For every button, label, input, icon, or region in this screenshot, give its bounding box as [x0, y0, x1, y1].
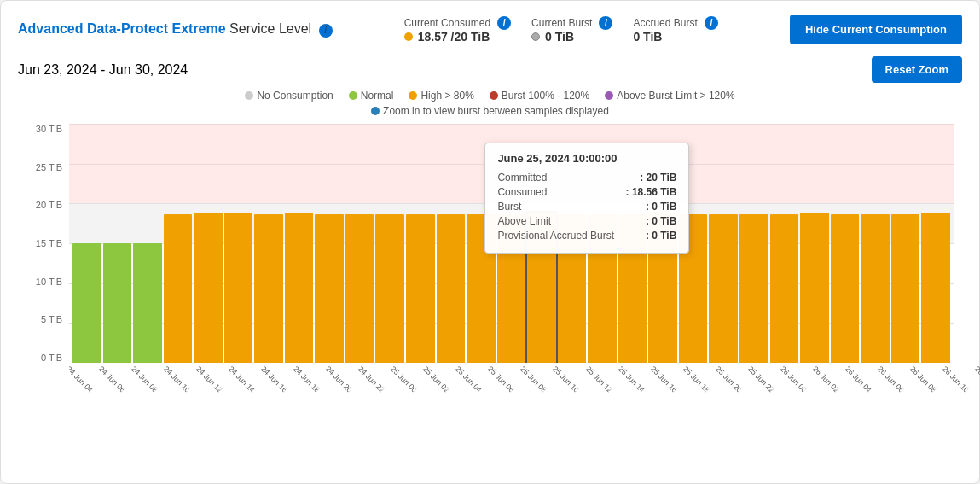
service-level-info-icon[interactable]: i	[319, 24, 333, 38]
legend-no-consumption: No Consumption	[245, 90, 333, 102]
x-label-18: 25 Jun 16:00	[648, 364, 677, 394]
above-burst-label: Above Burst Limit > 120%	[617, 90, 734, 102]
tooltip-above-row: Above Limit : 0 TiB	[497, 215, 676, 227]
zoom-hint-label: Zoom in to view burst between samples di…	[383, 105, 609, 117]
y-axis: 30 TiB 25 TiB 20 TiB 15 TiB 10 TiB 5 TiB…	[18, 124, 67, 363]
legend-high: High > 80%	[409, 90, 473, 102]
current-consumed-metric: Current Consumed i 18.57 /20 TiB	[404, 16, 511, 44]
x-label-6: 24 Jun 16:00	[259, 364, 288, 394]
x-label-0: 24 Jun 04:00	[69, 364, 94, 394]
x-label-4: 24 Jun 12:00	[194, 364, 223, 394]
bar-8[interactable]	[315, 214, 344, 363]
bar-22[interactable]	[739, 214, 768, 363]
hide-current-consumption-button[interactable]: Hide Current Consumption	[790, 15, 962, 44]
x-label-11: 25 Jun 02:00	[421, 364, 450, 394]
x-label-22: 26 Jun 00:00	[779, 364, 808, 394]
legend-normal: Normal	[349, 90, 394, 102]
bar-1[interactable]	[103, 243, 132, 363]
main-container: Advanced Data-Protect Extreme Service Le…	[0, 0, 980, 484]
reset-zoom-button[interactable]: Reset Zoom	[872, 56, 962, 83]
y-label-10: 10 TiB	[36, 277, 62, 287]
bar-28[interactable]	[921, 213, 950, 363]
tooltip-burst-val: : 0 TiB	[646, 201, 676, 213]
bar-21[interactable]	[709, 214, 738, 363]
y-label-20: 20 TiB	[36, 200, 62, 210]
x-label-25: 26 Jun 06:00	[876, 364, 905, 394]
tooltip-consumed-row: Consumed : 18.56 TiB	[497, 186, 676, 198]
current-burst-info-icon[interactable]: i	[599, 16, 612, 30]
x-label-19: 25 Jun 18:00	[681, 364, 710, 394]
burst-legend-dot	[490, 91, 498, 100]
x-label-26: 26 Jun 08:00	[908, 364, 937, 394]
y-label-25: 25 TiB	[36, 162, 62, 172]
x-label-23: 26 Jun 02:00	[811, 364, 840, 394]
accrued-burst-info-icon[interactable]: i	[705, 16, 718, 30]
x-label-27: 26 Jun 10:00	[941, 364, 970, 394]
high-dot	[409, 91, 417, 100]
x-label-21: 25 Jun 22:00	[746, 364, 775, 394]
date-range: Jun 23, 2024 - Jun 30, 2024	[18, 62, 188, 78]
y-label-0: 0 TiB	[41, 353, 62, 363]
legend-zoom-hint: Zoom in to view burst between samples di…	[371, 105, 609, 117]
x-label-7: 24 Jun 18:00	[292, 364, 321, 394]
date-row: Jun 23, 2024 - Jun 30, 2024 Reset Zoom	[18, 56, 962, 83]
accrued-burst-value: 0 TiB	[633, 30, 662, 44]
bar-5[interactable]	[224, 213, 253, 363]
bar-27[interactable]	[891, 214, 920, 363]
y-label-15: 15 TiB	[36, 238, 62, 248]
bar-23[interactable]	[770, 214, 799, 363]
legend-above-burst: Above Burst Limit > 120%	[605, 90, 734, 102]
x-label-1: 24 Jun 06:00	[97, 364, 126, 394]
legend-burst: Burst 100% - 120%	[490, 90, 589, 102]
no-consumption-dot	[245, 91, 253, 100]
x-label-12: 25 Jun 04:00	[454, 364, 483, 394]
bar-3[interactable]	[164, 214, 193, 363]
y-label-5: 5 TiB	[41, 314, 62, 324]
bar-12[interactable]	[437, 214, 466, 363]
y-label-30: 30 TiB	[36, 124, 62, 134]
above-burst-dot	[605, 91, 613, 100]
current-consumed-info-icon[interactable]: i	[497, 16, 511, 30]
tooltip-committed-row: Committed : 20 TiB	[497, 172, 676, 184]
metrics-section: Current Consumed i 18.57 /20 TiB Current…	[353, 16, 769, 44]
bar-25[interactable]	[831, 214, 860, 363]
tooltip-committed-label: Committed	[497, 172, 547, 184]
tooltip-provisional-val: : 0 TiB	[646, 230, 676, 242]
x-label-14: 25 Jun 08:00	[519, 364, 548, 394]
current-burst-value: 0 TiB	[545, 30, 574, 44]
bar-4[interactable]	[194, 213, 223, 363]
bar-24[interactable]	[800, 213, 829, 363]
chart-plot: June 25, 2024 10:00:00 Committed : 20 Ti…	[69, 124, 954, 363]
tooltip-provisional-row: Provisional Accrued Burst : 0 TiB	[497, 230, 676, 242]
current-consumed-label: Current Consumed	[404, 17, 490, 29]
bar-9[interactable]	[345, 214, 374, 363]
zoom-hint-dot	[371, 107, 380, 115]
x-axis: 24 Jun 04:0024 Jun 06:0024 Jun 08:0024 J…	[69, 363, 980, 397]
normal-dot	[349, 91, 357, 100]
bar-26[interactable]	[861, 214, 890, 363]
bar-7[interactable]	[285, 213, 314, 363]
bar-10[interactable]	[375, 214, 404, 363]
x-label-20: 25 Jun 20:00	[714, 364, 743, 394]
bar-6[interactable]	[254, 214, 283, 363]
no-consumption-label: No Consumption	[257, 90, 333, 102]
tooltip-title: June 25, 2024 10:00:00	[497, 152, 676, 165]
bar-2[interactable]	[133, 243, 162, 363]
x-label-10: 25 Jun 00:00	[389, 364, 418, 394]
bar-11[interactable]	[406, 214, 435, 363]
current-burst-label: Current Burst	[531, 17, 592, 29]
x-label-28: 26 Jun 12:00	[973, 364, 980, 394]
x-label-16: 25 Jun 12:00	[583, 364, 612, 394]
legend-row2: Zoom in to view burst between samples di…	[18, 105, 962, 117]
bar-0[interactable]	[72, 243, 101, 363]
x-label-24: 26 Jun 04:00	[844, 364, 873, 394]
tooltip: June 25, 2024 10:00:00 Committed : 20 Ti…	[484, 143, 689, 254]
accrued-burst-label: Accrued Burst	[633, 17, 697, 29]
x-label-13: 25 Jun 06:00	[486, 364, 515, 394]
x-label-3: 24 Jun 10:00	[162, 364, 191, 394]
tooltip-committed-val: : 20 TiB	[640, 172, 676, 184]
page-title: Advanced Data-Protect Extreme Service Le…	[18, 21, 333, 38]
tooltip-provisional-label: Provisional Accrued Burst	[497, 230, 614, 242]
accrued-burst-metric: Accrued Burst i 0 TiB	[633, 16, 717, 44]
header: Advanced Data-Protect Extreme Service Le…	[18, 15, 962, 44]
